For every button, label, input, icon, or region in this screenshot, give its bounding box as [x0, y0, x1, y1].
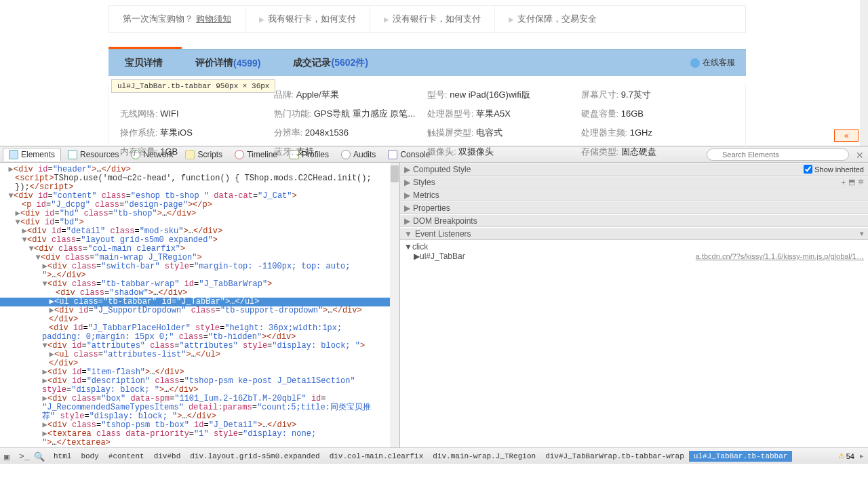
- attr-cell: 处理器主频: 1GHz: [581, 127, 735, 139]
- page-scrollbar[interactable]: [860, 0, 868, 146]
- inspect-icon[interactable]: 🔍: [34, 452, 43, 461]
- scrollbar[interactable]: [390, 163, 399, 447]
- page-content: 第一次淘宝购物？ 购物须知 ▶我有银行卡，如何支付 ▶没有银行卡，如何支付 ▶支…: [0, 0, 868, 146]
- elements-icon: [9, 150, 18, 159]
- help-item-1[interactable]: ▶我有银行卡，如何支付: [245, 6, 370, 32]
- crumb-bd[interactable]: div#bd: [149, 451, 186, 462]
- crumb-html[interactable]: html: [49, 451, 76, 462]
- crumb-colmain[interactable]: div.col-main.clearfix: [325, 451, 429, 462]
- styles-sidebar: ▶Computed Style Show inherited ▶Styles +…: [400, 163, 868, 447]
- attributes-grid: 品牌: Apple/苹果 型号: new iPad(16G)wifi版 屏幕尺寸…: [108, 85, 746, 162]
- panel-event-listeners[interactable]: ▼Event Listeners ▾: [400, 227, 868, 240]
- crumb-tabbarwrap[interactable]: div#J_TabBarWrap.tb-tabbar-wrap: [540, 451, 689, 462]
- attr-cell: 无线网络: WIFI: [120, 108, 274, 120]
- chevron-icon: ▶: [384, 16, 389, 23]
- tab-transactions[interactable]: 成交记录 (5602件): [277, 49, 384, 76]
- help-bar: 第一次淘宝购物？ 购物须知 ▶我有银行卡，如何支付 ▶没有银行卡，如何支付 ▶支…: [108, 5, 746, 33]
- attr-cell: 触摸屏类型: 电容式: [427, 127, 581, 139]
- gear-icon[interactable]: ✲: [858, 178, 864, 186]
- panel-metrics[interactable]: ▶Metrics: [400, 188, 868, 201]
- crumb-mainwrap[interactable]: div.main-wrap.J_TRegion: [428, 451, 540, 462]
- side-collapse-button[interactable]: «: [834, 129, 859, 142]
- panel-computed-style[interactable]: ▶Computed Style Show inherited: [400, 163, 868, 176]
- crumb-content[interactable]: #content: [104, 451, 149, 462]
- attr-cell: 屏幕尺寸: 9.7英寸: [581, 89, 735, 101]
- close-icon[interactable]: ✕: [856, 150, 865, 159]
- help-first-q: 第一次淘宝购物？: [123, 13, 193, 25]
- filter-icon[interactable]: ▾: [860, 229, 864, 238]
- devtools: Elements Resources Network Scripts Timel…: [0, 146, 868, 464]
- event-listeners-body: ▼click ▶ul#J_TabBara.tbcdn.cn/??s/kissy/…: [400, 240, 868, 263]
- help-first-link[interactable]: 购物须知: [196, 13, 231, 25]
- event-click[interactable]: ▼click: [404, 242, 864, 252]
- panel-properties[interactable]: ▶Properties: [400, 201, 868, 214]
- chevron-icon: ▶: [259, 16, 264, 23]
- source-link[interactable]: a.tbcdn.cn/??s/kissy/1.1.6/kissy-min.js,…: [696, 252, 864, 260]
- attr-cell: 内存容量: 1GB: [120, 146, 274, 158]
- chevron-icon: ▶: [509, 16, 514, 23]
- chevron-left-icon: «: [844, 131, 849, 140]
- crumb-body[interactable]: body: [76, 451, 103, 462]
- help-item-3[interactable]: ▶支付保障，交易安全: [494, 6, 610, 32]
- attr-cell: 处理器型号: 苹果A5X: [427, 108, 581, 120]
- attr-cell: 分辨率: 2048x1536: [274, 127, 428, 139]
- attr-cell: 品牌: Apple/苹果: [274, 89, 428, 101]
- tab-detail[interactable]: 宝贝详情: [108, 49, 179, 76]
- panel-dom-breakpoints[interactable]: ▶DOM Breakpoints: [400, 214, 868, 227]
- attr-cell: 蓝牙: 支持: [274, 146, 428, 158]
- warning-icon: ⚠: [838, 452, 845, 460]
- console-toggle-icon[interactable]: >_: [19, 452, 28, 461]
- online-service[interactable]: 在线客服: [690, 57, 746, 68]
- warning-count[interactable]: ⚠54▸: [838, 452, 864, 460]
- headset-icon: [690, 58, 700, 68]
- crumb-tabbar[interactable]: ul#J_TabBar.tb-tabbar: [689, 451, 793, 462]
- attr-cell: 热门功能: GPS导航 重力感应 原笔...: [274, 108, 428, 120]
- dock-icon[interactable]: ▣: [4, 452, 14, 461]
- help-first: 第一次淘宝购物？ 购物须知: [109, 6, 245, 32]
- event-target[interactable]: ▶ul#J_TabBara.tbcdn.cn/??s/kissy/1.1.6/k…: [404, 252, 864, 261]
- devtools-main: ▶<div id="header">…</div> <script>TShop.…: [0, 163, 868, 447]
- tab-reviews[interactable]: 评价详情(4599): [179, 49, 277, 76]
- state-icon[interactable]: ⬒: [848, 178, 855, 186]
- search-input[interactable]: [707, 148, 849, 161]
- element-tooltip: ul#J_TabBar.tb-tabbar 950px × 36px: [111, 79, 275, 93]
- attr-cell: 操作系统: 苹果iOS: [120, 127, 274, 139]
- crumb-layout[interactable]: div.layout.grid-s5m0.expanded: [185, 451, 324, 462]
- help-item-2[interactable]: ▶没有银行卡，如何支付: [370, 6, 494, 32]
- product-tabs: 宝贝详情 评价详情(4599) 成交记录 (5602件) 在线客服: [108, 49, 746, 76]
- tab-elements[interactable]: Elements: [3, 148, 61, 161]
- attr-cell: 摄像头: 双摄像头: [427, 146, 581, 158]
- attr-cell: 硬盘容量: 16GB: [581, 108, 735, 120]
- resources-icon: [68, 150, 77, 159]
- show-inherited-checkbox[interactable]: Show inherited: [804, 165, 864, 174]
- dom-tree[interactable]: ▶<div id="header">…</div> <script>TShop.…: [0, 163, 400, 447]
- expand-icon[interactable]: ▸: [860, 452, 864, 460]
- add-icon[interactable]: +: [842, 178, 846, 186]
- panel-styles[interactable]: ▶Styles +⬒✲: [400, 176, 868, 188]
- tab-bar: 宝贝详情 评价详情(4599) 成交记录 (5602件) 在线客服: [108, 49, 746, 76]
- devtools-statusbar: ▣ >_ 🔍 html body #content div#bd div.lay…: [0, 447, 868, 464]
- attr-cell: 型号: new iPad(16G)wifi版: [427, 89, 581, 101]
